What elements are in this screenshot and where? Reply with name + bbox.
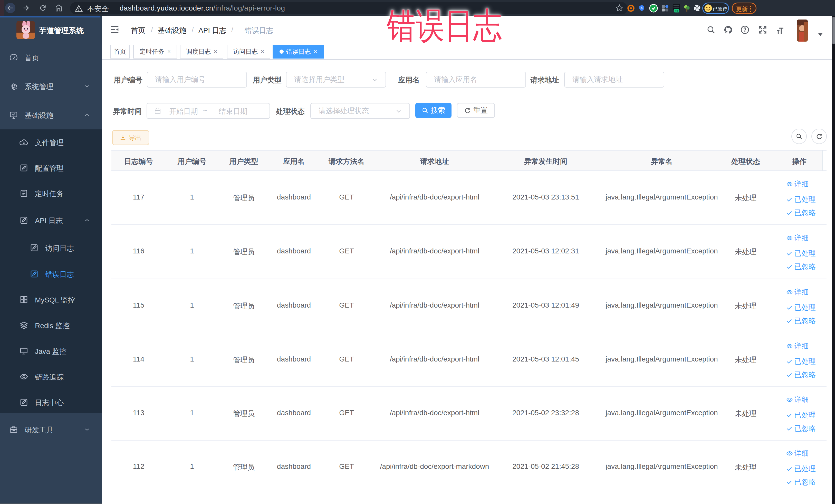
svg-text:on: on (675, 9, 678, 12)
